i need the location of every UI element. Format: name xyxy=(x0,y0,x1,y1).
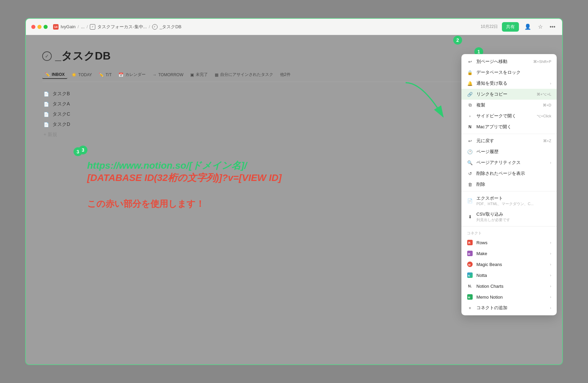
divider3 xyxy=(461,226,557,227)
breadcrumb-sep2: / xyxy=(87,24,88,29)
close-button[interactable] xyxy=(31,25,35,29)
task-d-label: タスクD xyxy=(52,121,70,128)
tab-incomplete-icon: ▣ xyxy=(190,72,194,77)
menu-item-lock-db[interactable]: 🔒 データベースをロック xyxy=(461,67,557,78)
logo-icon: 14 xyxy=(53,24,59,30)
menu-item-duplicate[interactable]: ⧉ 複製 ⌘+D xyxy=(461,100,557,111)
tab-today[interactable]: ☀️ TODAY xyxy=(69,71,95,79)
bell-icon: 🔔 xyxy=(467,80,473,86)
menu-item-show-deleted[interactable]: ↺ 削除されたページを表示 xyxy=(461,168,557,179)
person-icon-button[interactable]: 👤 xyxy=(523,22,533,31)
menu-item-page-analytics[interactable]: 🔍 ページアナリティクス › xyxy=(461,157,557,168)
page-title: _タスクDB xyxy=(55,49,111,64)
link-icon: 🔗 xyxy=(467,91,473,97)
tab-calendar[interactable]: 📅 カレンダー xyxy=(116,70,148,79)
tab-assigned[interactable]: ▦ 自分にアサインされたタスク xyxy=(212,70,276,79)
task-d-icon: 📄 xyxy=(44,122,49,127)
export-icon: 📄 xyxy=(467,198,473,204)
menu-item-memo-notion[interactable]: M Memo Notion › xyxy=(461,292,557,302)
csv-sub: 列見出しが必要です xyxy=(476,217,510,222)
tab-today-label: TODAY xyxy=(78,72,92,77)
notion-charts-arrow: › xyxy=(550,284,551,288)
tab-tt[interactable]: ✏️ T/T xyxy=(96,71,114,79)
open-mac-label: Macアプリで開く xyxy=(476,124,551,130)
menu-item-rows[interactable]: R Rows › xyxy=(461,237,557,248)
tab-tomorrow-label: TOMORROW xyxy=(158,72,183,77)
export-label: エクスポート xyxy=(476,195,534,201)
notifications-label: 通知を受け取る xyxy=(476,80,546,86)
menu-item-delete[interactable]: 🗑 削除 xyxy=(461,179,557,190)
tab-incomplete[interactable]: ▣ 未完了 xyxy=(187,70,211,79)
move-page-icon: ↩ xyxy=(467,59,473,65)
menu-item-undo[interactable]: ↩ 元に戻す ⌘+Z xyxy=(461,135,557,146)
tab-tt-icon: ✏️ xyxy=(99,72,104,77)
tab-more[interactable]: 他2件 xyxy=(277,70,293,79)
show-deleted-label: 削除されたページを表示 xyxy=(476,170,551,177)
tab-tt-label: T/T xyxy=(105,72,112,77)
add-connect-label: コネクトの追加 xyxy=(476,305,546,311)
tab-inbox[interactable]: ✏️ INBOX xyxy=(42,71,67,79)
breadcrumb-ivygain[interactable]: IvyGain xyxy=(61,24,76,29)
minimize-button[interactable] xyxy=(37,25,42,29)
menu-item-csv-import[interactable]: ⬇ CSV取り込み 列見出しが必要です xyxy=(461,209,557,225)
menu-item-open-sidebar[interactable]: ▫ サイドピークで開く ⌥+Click xyxy=(461,111,557,121)
notion-charts-label: Notion Charts xyxy=(476,284,546,289)
task-a-label: タスクA xyxy=(52,101,70,107)
traffic-lights xyxy=(31,25,48,29)
svg-text:N: N xyxy=(468,274,470,277)
annotation-badge-3-pos: 3 xyxy=(79,146,87,154)
breadcrumb-focus[interactable]: タスクフォーカス-集中... xyxy=(97,24,147,30)
annotation-badge-2: 2 xyxy=(453,36,462,45)
notta-arrow: › xyxy=(550,273,551,277)
menu-item-add-connect[interactable]: + コネクトの追加 › xyxy=(461,302,557,313)
rows-icon: R xyxy=(467,239,473,246)
copy-link-shortcut: ⌘+⌥+L xyxy=(537,92,551,97)
tab-today-icon: ☀️ xyxy=(71,72,77,77)
history-icon: 🕐 xyxy=(467,149,473,155)
copy-link-label: リンクをコピー xyxy=(476,91,533,97)
star-icon-button[interactable]: ☆ xyxy=(537,22,544,31)
tab-assigned-icon: ▦ xyxy=(215,72,218,77)
more-options-button[interactable]: ••• xyxy=(548,22,557,31)
rows-arrow: › xyxy=(550,240,551,245)
title-bar-left: 14 IvyGain / ... / ✓ タスクフォーカス-集中... / ✓ … xyxy=(31,24,480,30)
notifications-arrow: › xyxy=(550,81,551,85)
sidebar-icon: ▫ xyxy=(467,113,473,119)
trash-icon: 🗑 xyxy=(467,181,473,187)
share-button[interactable]: 共有 xyxy=(502,22,519,32)
add-connect-icon: + xyxy=(467,305,473,311)
menu-item-magic-beans[interactable]: M Magic Beans › xyxy=(461,259,557,270)
move-page-shortcut: ⌘+Shift+P xyxy=(533,60,551,64)
breadcrumb-ellipsis[interactable]: ... xyxy=(81,24,85,29)
task-c-label: タスクC xyxy=(52,111,70,117)
tab-calendar-label: カレンダー xyxy=(125,72,146,78)
maximize-button[interactable] xyxy=(44,25,48,29)
menu-item-export[interactable]: 📄 エクスポート PDF、HTML、マークダウン、C... xyxy=(461,193,557,209)
delete-label: 削除 xyxy=(476,181,551,187)
menu-item-copy-link[interactable]: 🔗 リンクをコピー ⌘+⌥+L xyxy=(461,89,557,100)
menu-item-page-history[interactable]: 🕐 ページ履歴 xyxy=(461,146,557,157)
breadcrumb-db[interactable]: _タスクDB xyxy=(160,24,181,30)
tab-tomorrow[interactable]: → TOMORROW xyxy=(150,71,186,79)
menu-item-notion-charts[interactable]: N. Notion Charts › xyxy=(461,281,557,292)
make-icon: M xyxy=(467,250,473,256)
menu-item-notta[interactable]: N Notta › xyxy=(461,270,557,281)
menu-item-move-page[interactable]: ↩ 別ページへ移動 ⌘+Shift+P xyxy=(461,56,557,67)
page-analytics-label: ページアナリティクス xyxy=(476,160,546,166)
restore-icon: ↺ xyxy=(467,170,473,177)
undo-icon: ↩ xyxy=(467,138,473,144)
page-history-label: ページ履歴 xyxy=(476,149,551,155)
url-text-block: https://www.notion.so/[ドメイン名]/ [DATABASE… xyxy=(87,160,282,184)
svg-text:M: M xyxy=(468,252,470,255)
menu-item-notifications[interactable]: 🔔 通知を受け取る › xyxy=(461,78,557,89)
add-connect-arrow: › xyxy=(550,306,551,310)
tab-inbox-label: INBOX xyxy=(52,72,65,77)
task-c-icon: 📄 xyxy=(44,112,49,117)
breadcrumb-sep3: / xyxy=(149,24,150,29)
breadcrumb-notion-icon: ✓ xyxy=(90,24,95,30)
lock-icon: 🔒 xyxy=(467,69,473,76)
menu-item-open-mac[interactable]: N Macアプリで開く xyxy=(461,121,557,132)
tab-assigned-label: 自分にアサインされたタスク xyxy=(220,72,273,78)
menu-item-make[interactable]: M Make › xyxy=(461,248,557,259)
app-window: 14 IvyGain / ... / ✓ タスクフォーカス-集中... / ✓ … xyxy=(25,18,563,365)
